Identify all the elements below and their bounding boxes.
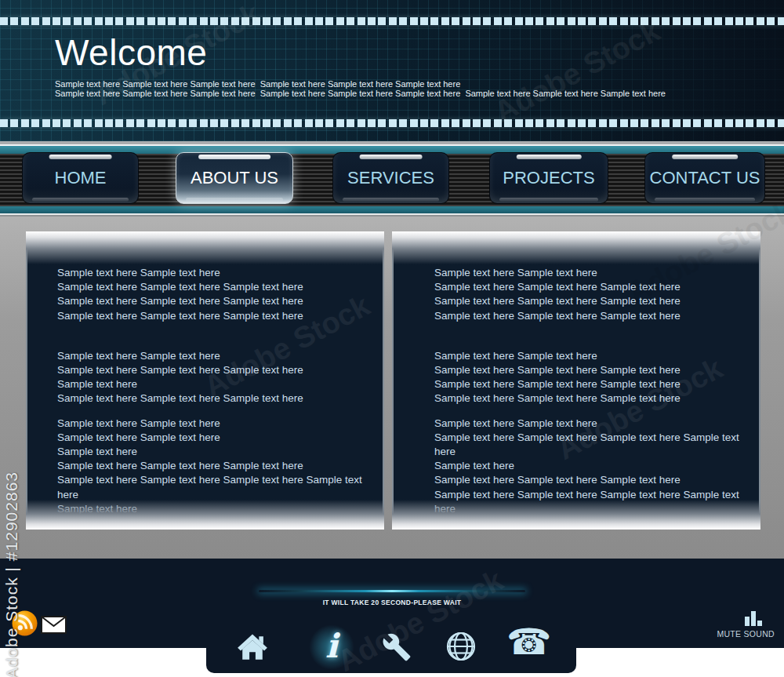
header-subtitle-line2: Sample text here Sample text here Sample…: [55, 89, 666, 98]
nav-button-contact-us[interactable]: CONTACT US: [644, 152, 765, 204]
text-paragraph: Sample text here Sample text here Sample…: [57, 349, 370, 406]
text-line: Sample text here: [57, 502, 370, 516]
text-line: Sample text here Sample text here: [434, 417, 746, 431]
nav-button-highlight: [672, 155, 738, 159]
rss-icon[interactable]: [12, 610, 38, 639]
text-line: Sample text here Sample text here Sample…: [434, 280, 746, 294]
text-line: Sample text here: [434, 516, 746, 530]
nav-button-about-us[interactable]: ABOUT US: [176, 152, 293, 204]
nav-button-label: PROJECTS: [503, 168, 594, 188]
filmstrip-bottom-decoration: [0, 119, 784, 127]
text-paragraph: Sample text here Sample text here Sample…: [434, 417, 746, 531]
header-banner: Welcome Sample text here Sample text her…: [0, 0, 784, 141]
main-navigation: HOME ABOUT US SERVICES PROJECTS CONTACT …: [0, 141, 784, 217]
nav-button-home[interactable]: HOME: [22, 152, 139, 204]
text-line: Sample text here Sample text here Sample…: [434, 391, 746, 406]
text-line: Sample text here: [57, 377, 370, 391]
nav-button-label: CONTACT US: [650, 168, 760, 188]
text-line: Sample text here Sample text here Sample…: [57, 294, 370, 308]
info-icon[interactable]: i: [309, 624, 354, 670]
text-paragraph: Sample text here Sample text here Sample…: [434, 349, 746, 406]
text-line: Sample text here Sample text here Sample…: [434, 488, 746, 516]
nav-button-projects[interactable]: PROJECTS: [489, 152, 608, 204]
text-line: Sample text here Sample text here Sample…: [57, 363, 370, 377]
nav-button-label: ABOUT US: [191, 168, 278, 188]
text-line: Sample text here Sample text here Sample…: [57, 473, 370, 501]
panel-right-text: Sample text here Sample text here Sample…: [434, 266, 746, 541]
text-line: Sample text here Sample text here Sample…: [434, 309, 746, 323]
website-template: Welcome Sample text here Sample text her…: [0, 0, 784, 677]
text-line: Sample text here Sample text here: [57, 349, 370, 363]
nav-button-services[interactable]: SERVICES: [332, 152, 449, 204]
wrench-icon[interactable]: [382, 632, 412, 665]
text-line: Sample text here Sample text here: [57, 417, 370, 431]
mute-sound-button[interactable]: MUTE SOUND: [717, 629, 775, 639]
text-paragraph: Sample text here Sample text here Sample…: [57, 266, 370, 323]
nav-button-label: HOME: [55, 168, 107, 188]
text-line: Sample text here Sample text here Sample…: [434, 431, 746, 459]
text-line: Sample text here Sample text here: [57, 431, 370, 445]
text-paragraph: Sample text here Sample text here Sample…: [57, 417, 370, 516]
sound-bars-icon[interactable]: [745, 611, 764, 626]
nav-button-label: SERVICES: [347, 168, 434, 188]
globe-icon[interactable]: [445, 631, 477, 665]
text-line: Sample text here Sample text here Sample…: [57, 391, 370, 406]
loading-text: IT WILL TAKE 20 SECOND-PLEASE WAIT: [0, 599, 784, 606]
text-line: Sample text here Sample text here: [434, 266, 746, 280]
text-paragraph: Sample text here Sample text here Sample…: [434, 266, 746, 323]
page-title: Welcome: [55, 31, 207, 74]
filmstrip-top-decoration: [0, 17, 784, 25]
content-panel-left: Sample text here Sample text here Sample…: [26, 231, 384, 530]
text-line: Sample text here Sample text here Sample…: [434, 377, 746, 391]
text-line: Sample text here Sample text here Sample…: [57, 459, 370, 473]
phone-icon[interactable]: ☎: [506, 621, 551, 662]
text-line: Sample text here Sample text here Sample…: [57, 280, 370, 294]
loading-indicator-glow-line: [259, 590, 525, 592]
nav-button-highlight: [517, 155, 582, 159]
nav-button-highlight: [49, 155, 112, 159]
header-subtitle-line1: Sample text here Sample text here Sample…: [55, 79, 460, 89]
text-line: Sample text here Sample text here: [57, 266, 370, 280]
nav-teal-border-bottom: [0, 206, 784, 213]
nav-button-highlight: [359, 155, 423, 159]
text-line: Sample text here Sample text here Sample…: [57, 309, 370, 323]
nav-button-highlight: [198, 155, 270, 159]
text-line: Sample text here Sample text here Sample…: [434, 363, 746, 377]
text-line: Sample text here Sample text here Sample…: [434, 473, 746, 487]
home-icon[interactable]: [237, 632, 268, 664]
info-glyph: i: [325, 627, 338, 665]
text-line: Sample text here: [57, 445, 370, 459]
text-line: Sample text here Sample text here Sample…: [434, 294, 746, 308]
email-icon[interactable]: [41, 616, 67, 637]
main-content-area: Sample text here Sample text here Sample…: [0, 217, 784, 559]
text-line: Sample text here: [434, 459, 746, 473]
text-line: Sample text here Sample text here: [434, 349, 746, 363]
content-panel-right: Sample text here Sample text here Sample…: [392, 231, 760, 530]
panel-left-text: Sample text here Sample text here Sample…: [57, 266, 370, 526]
